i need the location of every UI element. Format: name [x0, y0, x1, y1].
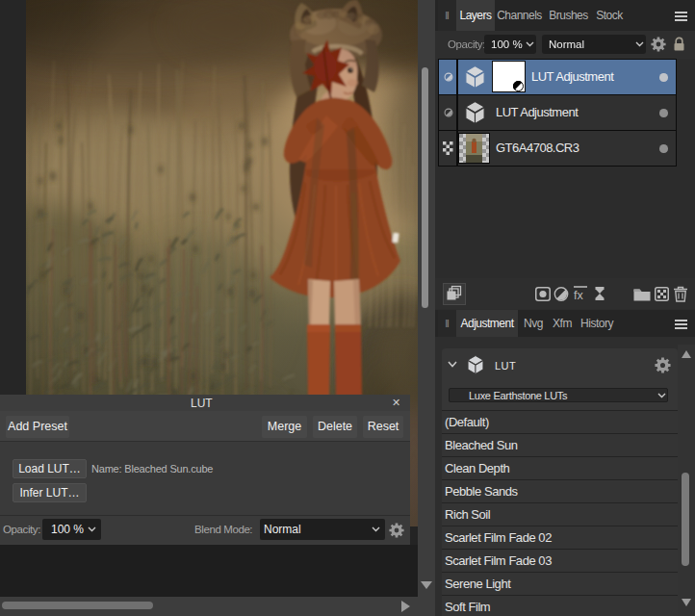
svg-text:fx: fx	[574, 289, 583, 302]
